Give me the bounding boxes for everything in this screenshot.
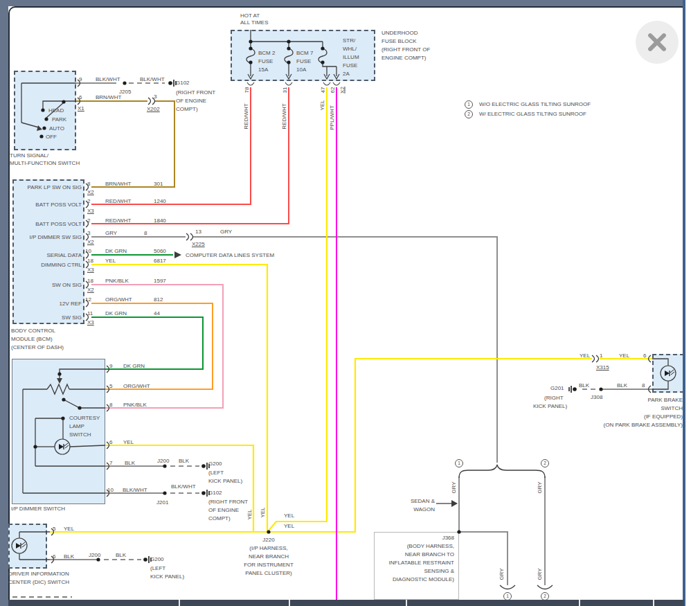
diagram-label: 44 xyxy=(154,310,160,317)
diagram-label: BRN/WHT xyxy=(105,181,131,187)
diagram-label: BATT POSS VOLT xyxy=(35,202,82,208)
diagram-label: SEDAN & xyxy=(411,498,435,504)
diagram-label: X3 xyxy=(87,319,94,326)
diagram-label: G201 xyxy=(550,385,564,391)
diagram-label: (RIGHT FRONT xyxy=(208,499,248,505)
diagram-label: RED/WHT xyxy=(243,103,249,129)
diagram-label: COURTESY xyxy=(69,415,100,421)
diagram-label: BLK xyxy=(617,382,627,389)
diagram-label: PPL/WHT xyxy=(329,105,335,130)
diagram-label: J368 xyxy=(442,535,454,541)
diagram-label: 47 xyxy=(320,87,326,93)
diagram-label: 13 xyxy=(195,229,201,235)
diagram-label: 10 xyxy=(85,248,91,254)
diagram-label: BLK xyxy=(64,553,74,560)
diagram-label: 1840 xyxy=(154,217,166,224)
diagram-label: PANEL CLUSTER) xyxy=(245,570,292,576)
diagram-label: YEL xyxy=(580,353,590,359)
diagram-label: 10A xyxy=(296,66,306,73)
diagram-label: G102 xyxy=(176,80,190,86)
diagram-label: YEL xyxy=(64,526,74,532)
diagram-label: RED/WHT xyxy=(105,217,131,224)
diagram-label: OFF xyxy=(46,134,57,140)
diagram-label: (LEFT xyxy=(150,565,165,571)
diagram-label: 2 xyxy=(87,217,90,224)
diagram-label: INFLATABLE RESTRAINT xyxy=(389,560,454,566)
diagram-label: X2 xyxy=(87,287,94,293)
bar-divider xyxy=(179,600,180,606)
bar-divider xyxy=(579,600,580,606)
diagram-label: (RIGHT FRONT xyxy=(176,89,215,96)
diagram-label: OF ENGINE xyxy=(176,98,206,104)
diagram-label: DIMMING CTRL xyxy=(41,262,82,268)
diagram-label: 301 xyxy=(154,181,163,187)
diagram-label: BLK xyxy=(125,460,135,466)
diagram-label: STR/ xyxy=(343,37,355,44)
diagram-label: BLK xyxy=(179,458,189,464)
diagram-label: LAMP xyxy=(69,423,84,429)
diagram-label: GRY xyxy=(105,230,117,236)
diagram-label: 6 xyxy=(79,94,82,100)
diagram-label: 812 xyxy=(154,296,163,303)
diagram-label: BODY CONTROL xyxy=(11,328,55,334)
diagram-label: 9 xyxy=(79,76,82,82)
diagram-label: GRY xyxy=(220,229,232,235)
diagram-label: CENTER (DIC) SWITCH xyxy=(8,579,69,585)
diagram-label: MODULE (BCM) xyxy=(11,336,53,342)
diagram-label: G200 xyxy=(150,556,164,562)
diagram-label: 12V REF xyxy=(60,301,82,307)
diagram-label: X3 xyxy=(87,208,94,214)
diagram-label: J201 xyxy=(156,499,168,506)
diagram-label: BLK/WHT xyxy=(140,76,165,82)
diagram-label: ALL TIMES xyxy=(240,19,268,26)
diagram-label: 15A xyxy=(258,66,268,73)
diagram-label: SW ON SIG xyxy=(52,282,82,288)
diagram-label: 3 xyxy=(154,93,156,100)
diagram-label: J308 xyxy=(591,394,602,400)
diagram-label: 5 xyxy=(109,383,112,389)
diagram-label: DIAGNOSTIC MODULE) xyxy=(393,576,454,582)
diagram-label: (IF EQUIPPED) xyxy=(644,413,683,420)
diagram-label: YEL xyxy=(319,100,325,110)
bar-divider xyxy=(653,600,654,606)
diagram-label: GRY xyxy=(499,568,505,580)
diagram-label: 1240 xyxy=(154,198,166,204)
diagram-label: FUSE BLOCK xyxy=(382,38,417,44)
diagram-label: ILLUM xyxy=(343,54,359,60)
diagram-label: WHL/ xyxy=(343,46,357,52)
diagram-label: SENSING & xyxy=(424,568,454,574)
diagram-label: RED/WHT xyxy=(105,198,131,204)
diagram-label: (BODY HARNESS, xyxy=(407,543,454,549)
diagram-label: COMPUTER DATA LINES SYSTEM xyxy=(186,252,274,258)
diagram-label: 8 xyxy=(144,230,147,236)
bar-divider xyxy=(289,600,290,606)
diagram-label: DK GRN xyxy=(105,248,127,254)
diagram-label: PARK xyxy=(52,116,66,123)
diagram-label: TURN SIGNAL/ xyxy=(10,152,48,159)
diagram-label: 6 xyxy=(109,439,112,445)
diagram-label: X3 xyxy=(87,267,94,273)
diagram-label: ORG/WHT xyxy=(105,296,132,303)
diagram-label: 2 xyxy=(87,198,90,204)
diagram-label: MULTI-FUNCTION SWITCH xyxy=(10,160,80,166)
diagram-label: 12 xyxy=(85,296,91,303)
diagram-label: BLK xyxy=(579,382,589,389)
diagram-label: ENGINE COMPT) xyxy=(382,55,426,61)
diagram-label: 31 xyxy=(282,87,288,93)
diagram-label: FUSE xyxy=(343,62,357,69)
diagram-label: PARK BRAKE xyxy=(647,397,683,403)
diagram-label: W/ ELECTRIC GLASS TILTING SUNROOF xyxy=(479,111,586,117)
diagram-label: G102 xyxy=(208,490,222,496)
close-button[interactable] xyxy=(636,21,679,64)
diagram-label: DK GRN xyxy=(123,363,145,369)
diagram-label: 9 xyxy=(109,363,112,369)
window-right-border xyxy=(683,0,685,606)
diagram-label: HOT AT xyxy=(240,12,260,19)
diagram-label: YEL xyxy=(246,509,253,519)
diagram-label: 5 xyxy=(53,526,55,532)
diagram-label: 8 xyxy=(109,402,112,408)
bottom-table-edge xyxy=(8,600,684,606)
diagram-label: BCM 2 xyxy=(258,50,275,56)
diagram-label: YEL xyxy=(123,439,134,445)
diagram-label: X225 xyxy=(192,241,205,247)
